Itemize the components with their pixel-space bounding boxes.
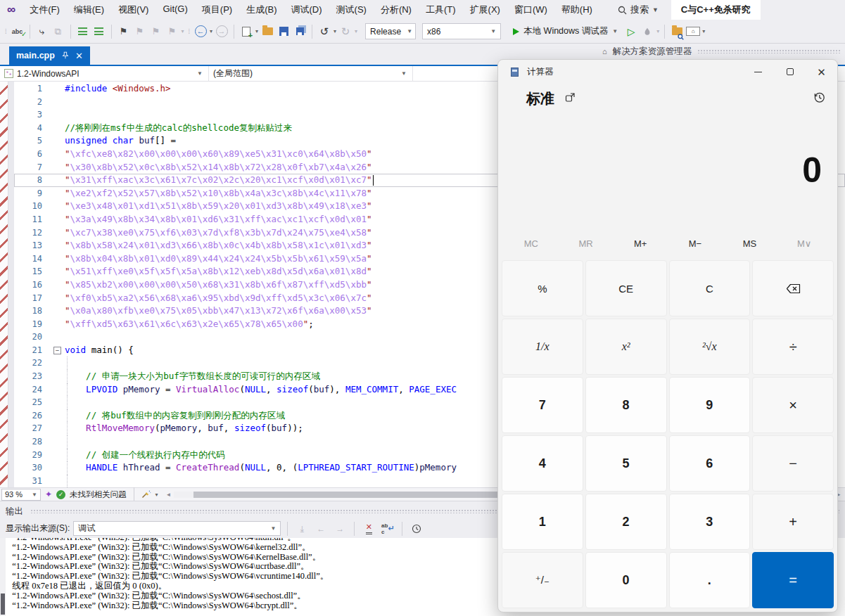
- word-wrap-icon[interactable]: abc↵: [380, 522, 395, 536]
- navigate-backward-icon[interactable]: ←: [193, 23, 208, 40]
- square-root-button[interactable]: ²√x: [669, 319, 751, 375]
- jump-to-message-icon[interactable]: ⤓: [294, 522, 310, 536]
- clear-entry-button[interactable]: CE: [585, 260, 667, 316]
- backspace-button[interactable]: [752, 260, 834, 316]
- new-project-icon[interactable]: [239, 23, 253, 40]
- minimize-button[interactable]: [742, 60, 774, 84]
- chevron-down-icon[interactable]: ▾: [155, 492, 158, 498]
- save-all-icon[interactable]: [293, 23, 307, 40]
- menu-item[interactable]: Git(G): [155, 0, 194, 20]
- zoom-level-select[interactable]: 93 %▼: [1, 489, 41, 501]
- menu-item[interactable]: 生成(B): [239, 0, 284, 20]
- memory-mc-button[interactable]: MC: [504, 238, 559, 249]
- memory-m-button[interactable]: M+: [613, 238, 668, 249]
- toolbar-grip[interactable]: ⁞: [186, 28, 192, 35]
- memory-mr-button[interactable]: MR: [559, 238, 614, 249]
- divide-button[interactable]: ÷: [752, 319, 834, 375]
- menu-item[interactable]: 扩展(X): [463, 0, 507, 20]
- digit-9-button[interactable]: 9: [669, 377, 751, 433]
- hot-reload-icon[interactable]: [640, 23, 654, 40]
- solution-explorer-icon[interactable]: ⌂: [686, 27, 700, 36]
- platform-select[interactable]: x86▼: [422, 23, 501, 39]
- spell-check-icon[interactable]: abc: [11, 23, 25, 40]
- digit-2-button[interactable]: 2: [585, 494, 667, 550]
- digit-7-button[interactable]: 7: [502, 377, 583, 433]
- digit-5-button[interactable]: 5: [585, 435, 667, 492]
- menu-item[interactable]: 视图(V): [111, 0, 155, 20]
- menu-item[interactable]: 工具(T): [419, 0, 463, 20]
- menu-item[interactable]: 窗口(W): [507, 0, 554, 20]
- unindent-icon[interactable]: [76, 23, 90, 40]
- fold-collapse-icon[interactable]: −: [53, 347, 61, 354]
- navigate-to-icon[interactable]: ⤷: [35, 23, 49, 40]
- close-icon[interactable]: ✕: [75, 51, 83, 61]
- toolbar-grip[interactable]: ⁞: [3, 28, 8, 35]
- open-folder-icon[interactable]: [260, 23, 274, 40]
- clear-all-icon[interactable]: ✕: [361, 522, 376, 536]
- menu-item[interactable]: 文件(F): [23, 0, 67, 20]
- configuration-select[interactable]: Release▼: [365, 23, 416, 39]
- toolbar-overflow-icon[interactable]: ▾: [702, 28, 705, 34]
- history-icon[interactable]: [813, 91, 825, 105]
- multiply-button[interactable]: ×: [752, 377, 834, 433]
- chevron-down-icon[interactable]: ▾: [210, 28, 212, 34]
- percent-button[interactable]: %: [502, 260, 583, 316]
- next-message-icon[interactable]: →: [332, 522, 348, 536]
- start-debugging-button[interactable]: 本地 Windows 调试器 ▼: [509, 23, 622, 40]
- clipboard-icon[interactable]: ⧉: [51, 23, 65, 40]
- keep-on-top-icon[interactable]: [565, 92, 576, 105]
- digit-6-button[interactable]: 6: [669, 435, 751, 492]
- digit-3-button[interactable]: 3: [669, 494, 751, 550]
- bookmark-prev-icon[interactable]: ⚑: [133, 23, 147, 40]
- output-vertical-scrollbar[interactable]: [0, 538, 6, 616]
- digit-1-button[interactable]: 1: [502, 494, 583, 550]
- chevron-down-icon[interactable]: ▾: [656, 28, 659, 34]
- search-button[interactable]: 搜索 ▼: [618, 4, 659, 16]
- scroll-left-icon[interactable]: ◄: [164, 492, 174, 498]
- start-without-debugging-icon[interactable]: ▷: [624, 23, 638, 40]
- bookmark-next-icon[interactable]: ⚑: [149, 23, 163, 40]
- menu-item[interactable]: 帮助(H): [554, 0, 599, 20]
- chevron-down-icon[interactable]: ▾: [255, 28, 258, 34]
- digit-4-button[interactable]: 4: [502, 435, 583, 492]
- pin-icon[interactable]: [61, 51, 69, 60]
- indent-icon[interactable]: [92, 23, 106, 40]
- project-dropdown[interactable]: ⁺₊1.2-WindowsAPI ▼: [0, 66, 209, 81]
- maximize-button[interactable]: [774, 60, 806, 84]
- timestamp-icon[interactable]: [409, 522, 424, 536]
- scrollbar-thumb[interactable]: [1, 593, 5, 615]
- redo-icon[interactable]: ↻: [338, 23, 352, 40]
- chevron-down-icon[interactable]: ▾: [333, 28, 336, 34]
- solution-explorer-header[interactable]: ⌂ 解决方案资源管理器: [602, 44, 841, 58]
- hamburger-menu-icon[interactable]: [510, 96, 516, 101]
- find-in-files-icon[interactable]: [670, 23, 684, 40]
- output-source-select[interactable]: 调试▼: [73, 521, 281, 536]
- bookmark-clear-icon[interactable]: ⚑: [165, 23, 179, 40]
- memory-m-button[interactable]: M∨: [777, 238, 832, 249]
- tab-main-cpp[interactable]: main.cpp ✕: [9, 46, 90, 65]
- menu-item[interactable]: 项目(P): [195, 0, 239, 20]
- clear-button[interactable]: C: [669, 260, 751, 316]
- code-cleanup-icon[interactable]: [141, 489, 151, 500]
- previous-message-icon[interactable]: ←: [313, 522, 329, 536]
- calculator-title-bar[interactable]: 计算器 ✕: [498, 60, 837, 84]
- equals-button[interactable]: =: [752, 552, 834, 608]
- add-button[interactable]: +: [752, 494, 834, 550]
- chevron-down-icon[interactable]: ▾: [182, 28, 184, 34]
- scope-dropdown[interactable]: (全局范围) ▼: [209, 66, 413, 81]
- square-button[interactable]: x²: [585, 319, 667, 375]
- reciprocal-button[interactable]: 1/x: [502, 319, 583, 375]
- save-icon[interactable]: [277, 23, 291, 40]
- memory-ms-button[interactable]: MS: [723, 238, 777, 249]
- menu-item[interactable]: 分析(N): [374, 0, 419, 20]
- menu-item[interactable]: 编辑(E): [67, 0, 111, 20]
- bookmark-icon[interactable]: ⚑: [117, 23, 131, 40]
- memory-m-button[interactable]: M−: [668, 238, 723, 249]
- decimal-button[interactable]: .: [669, 552, 751, 608]
- navigate-forward-icon[interactable]: →: [215, 23, 229, 40]
- close-button[interactable]: ✕: [806, 60, 837, 84]
- solution-name-badge[interactable]: C与C++免杀研究: [671, 0, 761, 20]
- menu-item[interactable]: 测试(S): [329, 0, 374, 20]
- digit-8-button[interactable]: 8: [585, 377, 667, 433]
- undo-icon[interactable]: ↺: [317, 23, 331, 40]
